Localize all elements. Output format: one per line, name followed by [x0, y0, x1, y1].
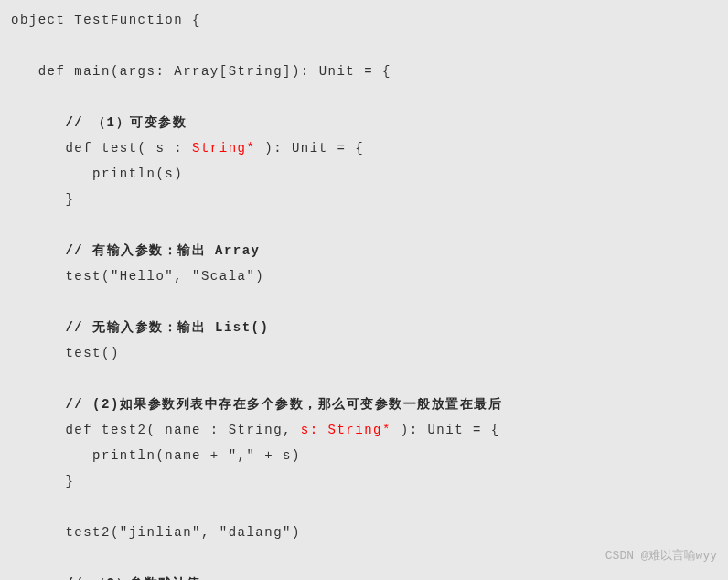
code-line: }	[11, 192, 74, 207]
code-line: }	[11, 474, 74, 489]
code-line: test()	[11, 346, 120, 360]
code-line: def test2( name : String,	[11, 423, 301, 437]
code-block: object TestFunction { def main(args: Arr…	[11, 7, 717, 580]
watermark: CSDN @难以言喻wyy	[605, 543, 717, 569]
code-line: println(name + "," + s)	[11, 448, 301, 463]
code-line: ): Unit = {	[391, 423, 500, 437]
comment-prefix: // （1）	[11, 115, 130, 130]
code-line: def test( s :	[11, 141, 192, 156]
code-line: ): Unit = {	[255, 141, 364, 156]
comment-prefix: // (2)如果参数列表中存在多个参数，那么	[11, 397, 347, 412]
code-line: test2("jinlian", "dalang")	[11, 525, 301, 540]
highlight-red: 可变参数一般放置在最后	[347, 397, 503, 412]
highlight-red: String*	[192, 141, 255, 156]
comment-bold: 可变参数	[130, 115, 187, 130]
code-line: object TestFunction {	[11, 13, 201, 27]
comment-prefix: // （3）	[11, 576, 130, 580]
code-line: test("Hello", "Scala")	[11, 269, 264, 284]
code-line: println(s)	[11, 166, 183, 181]
comment-bold: // 有输入参数：输出 Array	[11, 243, 261, 258]
comment-bold: // 无输入参数：输出 List()	[11, 320, 269, 335]
highlight-red: s: String*	[301, 423, 391, 437]
comment-bold: 参数默认值	[130, 576, 201, 580]
code-line: def main(args: Array[String]): Unit = {	[11, 64, 391, 79]
